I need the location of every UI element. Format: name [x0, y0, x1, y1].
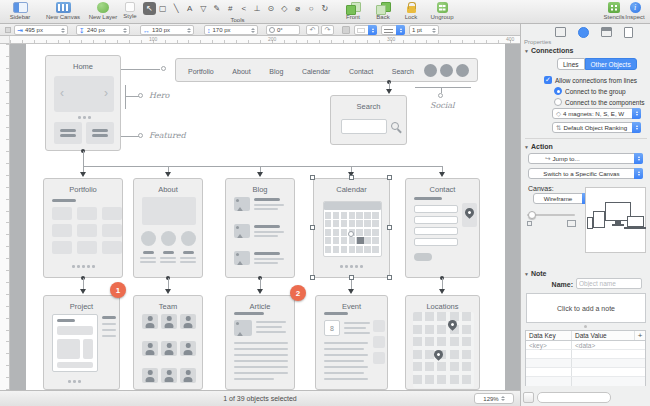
disclosure-triangle-icon[interactable]: ▼	[524, 271, 529, 277]
zoom-slider-thumb[interactable]	[528, 211, 536, 219]
disclosure-triangle-icon[interactable]: ▼	[524, 144, 529, 150]
tool-diagram[interactable]: ⊥	[251, 2, 264, 15]
new-canvas-button[interactable]: New Canvas	[42, 2, 84, 20]
stroke-width-field[interactable]: 1 pt	[409, 25, 439, 35]
tool-style-brush[interactable]: ◇	[278, 2, 291, 15]
magnets-dropdown[interactable]: ◇ 4 magnets: N, S, E, W	[552, 108, 641, 119]
action-type-dropdown[interactable]: ↪ Jump to...	[528, 153, 643, 164]
wireframe-home-card[interactable]: Home ‹ ›	[45, 55, 121, 151]
hero-annotation[interactable]: Hero	[149, 91, 169, 100]
stroke-style-dropdown[interactable]	[381, 25, 405, 35]
ungroup-button[interactable]: Ungroup	[424, 2, 460, 20]
stepper-icon[interactable]	[432, 26, 436, 35]
selection-handle[interactable]	[387, 175, 392, 180]
back-button[interactable]: Back	[368, 2, 398, 20]
selection-handle[interactable]	[349, 175, 354, 180]
wireframe-team-card[interactable]: Team	[133, 295, 203, 390]
wireframe-calendar-card[interactable]: Calendar	[313, 178, 390, 278]
canvas-dropdown[interactable]: Wireframe	[533, 193, 591, 204]
front-button[interactable]: Front	[338, 2, 368, 20]
stepper-icon[interactable]	[123, 26, 127, 35]
selection-handle[interactable]	[387, 275, 392, 280]
switch-canvas-dropdown[interactable]: Switch to a Specific Canvas	[528, 168, 643, 179]
connect-group-radio[interactable]	[554, 87, 562, 95]
sidebar-bottom-button[interactable]	[523, 392, 534, 403]
wireframe-event-card[interactable]: Event 8	[315, 295, 388, 390]
tool-shape[interactable]: ▢	[157, 2, 170, 15]
tab-other-objects[interactable]: Other Objects	[585, 58, 637, 70]
tool-zoom[interactable]: ○	[305, 2, 318, 15]
wireframe-project-card[interactable]: Project	[43, 295, 120, 390]
connections-section-header[interactable]: ▼ Connections	[524, 47, 573, 54]
stepper-icon[interactable]	[61, 26, 65, 35]
action-section-header[interactable]: ▼ Action	[524, 143, 553, 150]
rotation-field[interactable]: 0°	[266, 25, 300, 35]
selection-handle[interactable]	[310, 225, 315, 230]
table-row[interactable]	[526, 359, 645, 368]
flip-vertical-button[interactable]: ↷	[321, 25, 334, 35]
wireframe-article-card[interactable]: Article	[225, 295, 295, 390]
wireframe-about-card[interactable]: About	[133, 178, 203, 278]
wireframe-locations-card[interactable]: Locations	[405, 295, 480, 390]
wireframe-search-card[interactable]: Search	[330, 95, 407, 145]
selection-handle[interactable]	[387, 225, 392, 230]
table-row[interactable]	[526, 368, 645, 377]
wireframe-contact-card[interactable]: Contact	[405, 178, 480, 278]
tool-line[interactable]: ╲	[170, 2, 183, 15]
flip-horizontal-button[interactable]: ↶	[306, 25, 319, 35]
tab-lines[interactable]: Lines	[557, 58, 585, 70]
lock-button[interactable]: Lock	[398, 2, 424, 20]
resize-dot[interactable]	[584, 325, 587, 328]
width-field[interactable]: ↔ 130 px	[140, 25, 194, 35]
inspect-button[interactable]: Inspect	[621, 2, 649, 20]
document-inspector-tab-icon[interactable]	[601, 27, 612, 37]
tool-text[interactable]: A	[184, 2, 197, 15]
note-badge-1[interactable]: 1	[110, 282, 126, 298]
tool-freehand[interactable]: ✎	[211, 2, 224, 15]
fill-color-dropdown[interactable]	[354, 25, 377, 35]
wireframe-navbar[interactable]: Portfolio About Blog Calendar Contact Se…	[175, 58, 478, 82]
height-field[interactable]: ↕ 170 px	[204, 25, 258, 35]
zoom-stepper-icon[interactable]	[501, 394, 505, 403]
tool-selection[interactable]: ↖	[143, 2, 156, 15]
canvas-inspector-tab-icon[interactable]	[555, 27, 566, 37]
tool-pen[interactable]: ▽	[197, 2, 210, 15]
selection-handle[interactable]	[310, 175, 315, 180]
note-text-area[interactable]: Click to add a note	[526, 293, 646, 323]
featured-annotation[interactable]: Featured	[149, 131, 186, 140]
connect-components-radio[interactable]	[554, 98, 562, 106]
stepper-icon[interactable]	[187, 26, 191, 35]
data-table[interactable]: Data Key Data Value + <key> <data>	[525, 330, 646, 386]
stepper-icon[interactable]	[251, 26, 255, 35]
zoom-control[interactable]: 129%	[474, 393, 514, 404]
disclosure-triangle-icon[interactable]: ▼	[524, 48, 529, 54]
allow-connections-checkbox[interactable]: ✓	[544, 76, 552, 84]
tool-hand[interactable]: ↻	[319, 2, 332, 15]
sidebar-filter-field[interactable]	[537, 392, 611, 403]
y-position-field[interactable]: ↧ 240 px	[76, 25, 130, 35]
x-position-field[interactable]: ⇥ 495 px	[14, 25, 68, 35]
table-row[interactable]	[526, 377, 645, 386]
tool-connect[interactable]: <	[238, 2, 251, 15]
note-badge-2[interactable]: 2	[290, 285, 306, 301]
tool-pattern[interactable]: #	[224, 2, 237, 15]
note-section-header[interactable]: ▼ Note	[524, 270, 547, 277]
social-annotation[interactable]: Social	[430, 101, 455, 110]
sidebar-button[interactable]: Sidebar	[4, 2, 36, 20]
add-row-button[interactable]: +	[634, 331, 645, 340]
shadow-well[interactable]	[342, 26, 350, 34]
page-inspector-tab-icon[interactable]	[624, 27, 633, 38]
canvas-viewport[interactable]: Home ‹ › Portfolio About Blog	[10, 44, 520, 390]
table-row[interactable]: <key> <data>	[526, 341, 645, 350]
object-inspector-tab-icon[interactable]	[578, 27, 589, 38]
selection-handle[interactable]	[310, 275, 315, 280]
wireframe-blog-card[interactable]: Blog	[225, 178, 295, 278]
ranking-dropdown[interactable]: ⇅ Default Object Ranking	[552, 122, 641, 133]
canvas-preview[interactable]	[585, 187, 646, 253]
style-well[interactable]: Style	[116, 2, 144, 19]
object-name-input[interactable]	[576, 278, 642, 289]
table-row[interactable]	[526, 350, 645, 359]
wireframe-portfolio-card[interactable]: Portfolio	[43, 178, 123, 278]
tool-action[interactable]: ⌀	[292, 2, 305, 15]
selection-handle[interactable]	[349, 275, 354, 280]
